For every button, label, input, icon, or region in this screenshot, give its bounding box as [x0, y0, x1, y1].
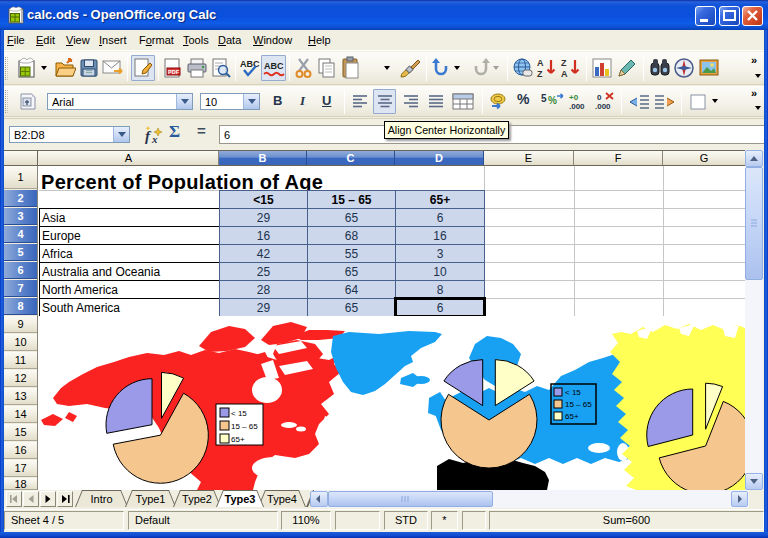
svg-text:5: 5 — [541, 93, 547, 104]
svg-text:%: % — [548, 95, 557, 106]
svg-text:f: f — [145, 128, 152, 144]
svg-text:< 15: < 15 — [231, 409, 247, 418]
svg-text:ABC: ABC — [264, 61, 284, 71]
svg-text:ABC: ABC — [240, 59, 260, 69]
svg-text:A: A — [561, 69, 568, 79]
svg-text:65+: 65+ — [565, 412, 579, 421]
svg-text:65+: 65+ — [231, 435, 245, 444]
svg-text:PDF: PDF — [168, 69, 180, 75]
svg-text:.000: .000 — [569, 102, 585, 111]
svg-text:.000: .000 — [595, 102, 611, 111]
svg-text:A: A — [537, 58, 544, 68]
svg-text:< 15: < 15 — [565, 388, 581, 397]
svg-text:Z: Z — [537, 69, 543, 79]
svg-text:+0: +0 — [569, 93, 579, 102]
svg-text:15 – 65: 15 – 65 — [231, 422, 258, 431]
svg-text:15 – 65: 15 – 65 — [565, 400, 592, 409]
svg-text:x: x — [151, 133, 158, 145]
svg-text:0: 0 — [597, 93, 602, 102]
svg-text:Z: Z — [561, 58, 567, 68]
